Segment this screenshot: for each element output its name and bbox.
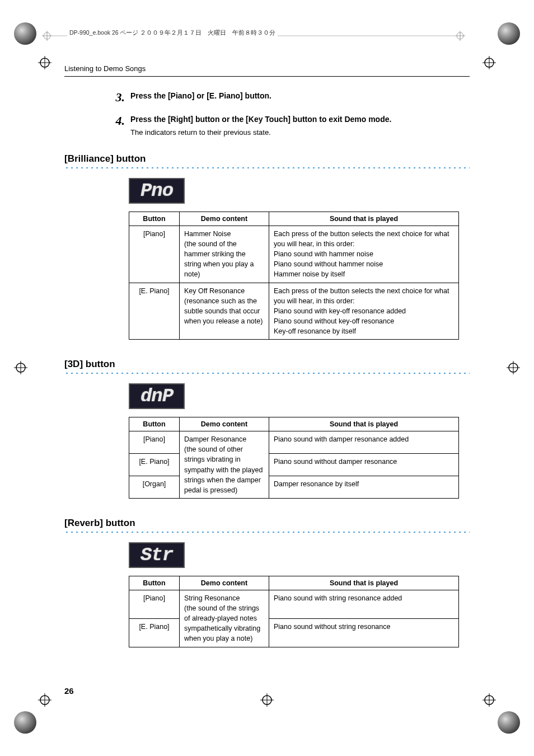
lcd-display: Str	[129, 542, 185, 568]
page-content: Listening to Demo Songs 3. Press the [Pi…	[42, 50, 492, 706]
cell-sound: Each press of the button selects the nex…	[269, 283, 459, 340]
page-number: 26	[64, 686, 74, 696]
cell-content: Damper Resonance (the sound of other str…	[180, 431, 269, 499]
crop-knob-tl	[14, 22, 36, 45]
cell-sound: Damper resonance by itself	[269, 476, 459, 499]
table-header: Sound that is played	[269, 212, 459, 226]
table-row: [E. Piano] Piano sound without damper re…	[129, 454, 459, 476]
table-header: Sound that is played	[269, 576, 459, 590]
section-brilliance: [Brilliance] button Pno Button Demo cont…	[64, 153, 470, 340]
cell-button: [E. Piano]	[129, 618, 180, 647]
table-header: Demo content	[180, 417, 269, 431]
lcd-text: Pno	[140, 180, 173, 201]
crop-mark-icon	[455, 31, 465, 41]
step-title: Press the [Piano] or [E. Piano] button.	[130, 91, 470, 102]
crop-knob-bl	[14, 711, 36, 734]
cell-button: [Piano]	[129, 226, 180, 283]
cell-content: Hammer Noise (the sound of the hammer st…	[180, 226, 269, 283]
table-header: Button	[129, 417, 180, 431]
step-3: 3. Press the [Piano] or [E. Piano] butto…	[108, 91, 470, 104]
table-row: [Piano] Hammer Noise (the sound of the h…	[129, 226, 459, 283]
reverb-table: Button Demo content Sound that is played…	[129, 576, 459, 647]
lcd-display: dnP	[129, 383, 185, 409]
step-subtext: The indicators return to their previous …	[130, 128, 470, 138]
table-row: [Piano] String Resonance (the sound of t…	[129, 590, 459, 618]
table-header: Sound that is played	[269, 417, 459, 431]
dotted-rule	[64, 372, 470, 374]
crop-mark-icon	[42, 31, 52, 41]
crop-knob-br	[498, 711, 520, 734]
steps-list: 3. Press the [Piano] or [E. Piano] butto…	[108, 91, 470, 138]
step-number: 4.	[108, 114, 125, 128]
cell-sound: Piano sound with damper resonance added	[269, 431, 459, 454]
lcd-text: Str	[140, 544, 173, 566]
section-reverb: [Reverb] button Str Button Demo content …	[64, 518, 470, 647]
section-title: [Brilliance] button	[64, 153, 470, 165]
cell-button: [E. Piano]	[129, 454, 180, 476]
section-3d: [3D] button dnP Button Demo content Soun…	[64, 359, 470, 499]
lcd-text: dnP	[140, 386, 173, 407]
table-header: Button	[129, 576, 180, 590]
table-header: Button	[129, 212, 180, 226]
dotted-rule	[64, 167, 470, 169]
table-row: [Organ] Damper resonance by itself	[129, 476, 459, 499]
table-header: Demo content	[180, 576, 269, 590]
running-head: Listening to Demo Songs	[64, 64, 470, 77]
cell-button: [Piano]	[129, 590, 180, 618]
table-row: [Piano] Damper Resonance (the sound of o…	[129, 431, 459, 454]
cell-content: String Resonance (the sound of the strin…	[180, 590, 269, 647]
cell-sound: Piano sound without string resonance	[269, 618, 459, 647]
lcd-display: Pno	[129, 178, 185, 204]
cell-sound: Each press of the button selects the nex…	[269, 226, 459, 283]
cell-button: [Organ]	[129, 476, 180, 499]
table-row: [E. Piano] Piano sound without string re…	[129, 618, 459, 647]
section-title: [3D] button	[64, 359, 470, 370]
step-number: 3.	[108, 91, 125, 104]
3d-table: Button Demo content Sound that is played…	[129, 417, 459, 499]
print-header-text: DP-990_e.book 26 ページ ２００９年２月１７日 火曜日 午前８時…	[67, 29, 278, 37]
cell-sound: Piano sound without damper resonance	[269, 454, 459, 476]
table-row: [E. Piano] Key Off Resonance (resonance …	[129, 283, 459, 340]
section-title: [Reverb] button	[64, 518, 470, 529]
step-4: 4. Press the [Right] button or the [Key …	[108, 114, 470, 138]
cell-button: [E. Piano]	[129, 283, 180, 340]
cell-button: [Piano]	[129, 431, 180, 454]
cell-content: Key Off Resonance (resonance such as the…	[180, 283, 269, 340]
cell-sound: Piano sound with string resonance added	[269, 590, 459, 618]
dotted-rule	[64, 531, 470, 533]
table-header: Demo content	[180, 212, 269, 226]
crop-knob-tr	[498, 22, 520, 45]
crop-mark-icon	[507, 361, 520, 374]
step-title: Press the [Right] button or the [Key Tou…	[130, 114, 470, 125]
brilliance-table: Button Demo content Sound that is played…	[129, 212, 459, 340]
crop-mark-icon	[14, 361, 27, 374]
